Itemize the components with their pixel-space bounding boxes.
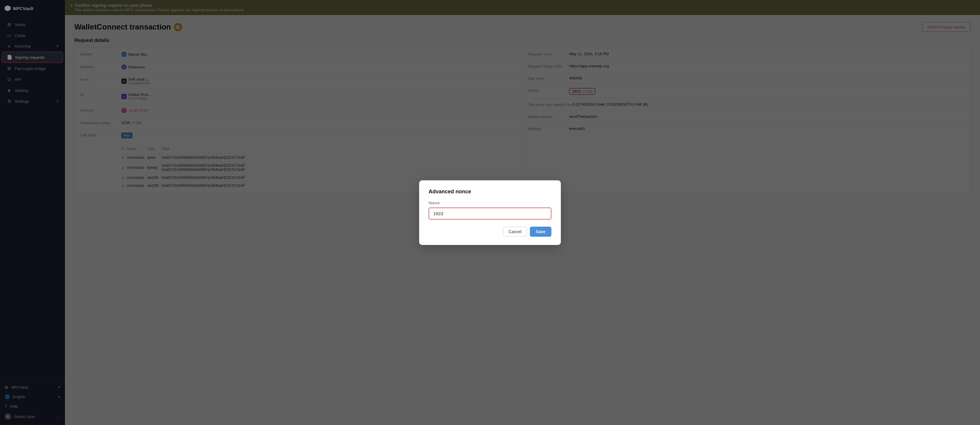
nonce-field-label: Nonce xyxy=(429,201,551,205)
save-button[interactable]: Save xyxy=(530,227,551,237)
modal-actions: Cancel Save xyxy=(429,227,551,237)
modal-title: Advanced nonce xyxy=(429,189,551,195)
nonce-input[interactable] xyxy=(429,207,551,220)
advanced-nonce-modal: Advanced nonce Nonce Cancel Save xyxy=(419,180,561,245)
main-content: ℹ Confirm signing request on your phone … xyxy=(65,0,980,425)
cancel-button[interactable]: Cancel xyxy=(503,227,527,237)
modal-overlay: Advanced nonce Nonce Cancel Save xyxy=(65,0,980,425)
